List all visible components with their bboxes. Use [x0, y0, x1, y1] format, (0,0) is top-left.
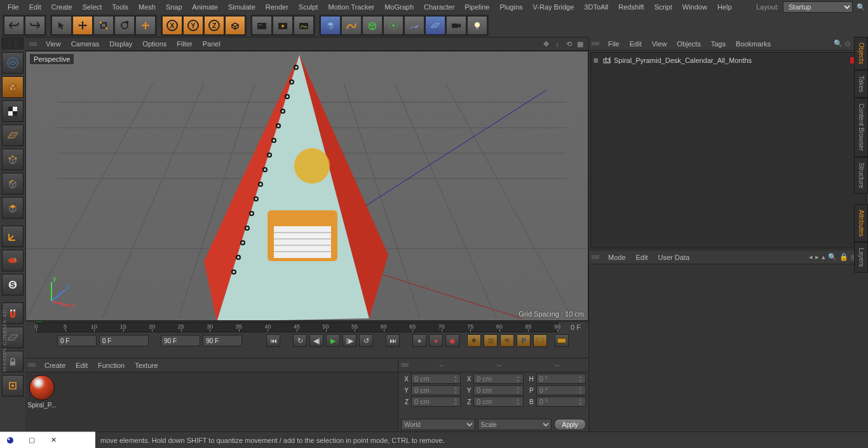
viewport[interactable]: Perspective [25, 51, 588, 321]
coord-input[interactable]: 0 cm▲▼ [473, 374, 523, 384]
end-frame2-input[interactable] [203, 335, 242, 346]
mat-menu-create[interactable]: Create [39, 360, 71, 371]
coord-input[interactable]: 0 cm▲▼ [411, 385, 461, 395]
move-tool-button[interactable] [72, 16, 93, 35]
autokey-button[interactable]: ● [429, 334, 443, 347]
menu-plugins[interactable]: Plugins [494, 1, 527, 13]
vp-menu-options[interactable]: Options [137, 38, 172, 50]
opt-rotation-button[interactable]: ⟲ [500, 334, 514, 347]
world-select[interactable]: World [401, 419, 475, 430]
next-frame-button[interactable]: |▶ [342, 334, 356, 347]
menu-mesh[interactable]: Mesh [133, 1, 161, 13]
nav-up-icon[interactable]: ▴ [822, 253, 825, 261]
opt-pla-button[interactable]: ⋮⋮ [533, 334, 547, 347]
render-settings-button[interactable] [252, 16, 272, 35]
snap-button[interactable]: S [2, 274, 24, 295]
search-icon[interactable]: 🔍 [834, 39, 843, 48]
timeline-ruler[interactable]: 051015202530354045505560657075808590 [36, 322, 558, 332]
cube-primitive-button[interactable] [320, 16, 341, 35]
end-frame-input[interactable] [161, 335, 200, 346]
nav-fwd-icon[interactable]: ▸ [815, 253, 819, 261]
coord-input[interactable]: 0 °▲▼ [536, 385, 586, 395]
close-icon[interactable]: ✕ [48, 435, 58, 445]
generator-button[interactable] [362, 16, 383, 35]
model-mode-button[interactable] [2, 76, 24, 98]
menu-vraybridge[interactable]: V-Ray Bridge [528, 1, 580, 13]
environment-button[interactable] [404, 16, 424, 35]
menu-pipeline[interactable]: Pipeline [459, 1, 494, 13]
mat-menu-function[interactable]: Function [93, 360, 130, 371]
vp-menu-view[interactable]: View [41, 38, 66, 50]
menu-create[interactable]: Create [46, 1, 78, 13]
axis-x-button[interactable]: X [162, 16, 182, 35]
menu-redshift[interactable]: Redshift [613, 1, 649, 13]
tree-row[interactable]: ⊞ L0 Spiral_Pyramid_Desk_Calendar_All_Mo… [592, 54, 865, 67]
select-tool-button[interactable] [51, 16, 72, 35]
spline-button[interactable] [341, 16, 362, 35]
coord-input[interactable]: 0 °▲▼ [536, 397, 586, 407]
menu-render[interactable]: Render [261, 1, 294, 13]
render-preview-button[interactable] [273, 16, 293, 35]
floor-button[interactable] [425, 16, 445, 35]
menu-character[interactable]: Character [419, 1, 459, 13]
menu-animate[interactable]: Animate [187, 1, 223, 13]
camera-button[interactable] [446, 16, 466, 35]
goto-start-button[interactable]: ⏮ [266, 334, 280, 347]
redo-button[interactable] [25, 16, 45, 35]
layout-select[interactable]: Startup [783, 1, 853, 13]
scale-select[interactable]: Scale [478, 419, 552, 430]
menu-motiontracker[interactable]: Motion Tracker [323, 1, 379, 13]
rotate-tool-button[interactable] [114, 16, 135, 35]
obj-menu-objects[interactable]: Objects [672, 38, 705, 50]
menu-mograph[interactable]: MoGraph [379, 1, 419, 13]
axis-y-button[interactable]: Y [183, 16, 203, 35]
mat-menu-edit[interactable]: Edit [71, 360, 93, 371]
render-picture-button[interactable] [294, 16, 314, 35]
filter-icon[interactable]: ◇ [845, 39, 854, 48]
vp-menu-cameras[interactable]: Cameras [66, 38, 105, 50]
obj-menu-file[interactable]: File [603, 38, 625, 50]
tweak-mode-button[interactable] [2, 250, 24, 271]
obj-menu-bookmarks[interactable]: Bookmarks [731, 38, 776, 50]
menu-simulate[interactable]: Simulate [223, 1, 261, 13]
goto-end-button[interactable]: ⏭ [386, 334, 400, 347]
texture-mode-button[interactable] [2, 100, 24, 122]
attr-menu-mode[interactable]: Mode [603, 252, 631, 263]
record-button[interactable]: ● [412, 334, 426, 347]
loop-button[interactable]: ↻ [293, 334, 307, 347]
opt-scale-button[interactable]: ◫ [484, 334, 498, 347]
axis-z-button[interactable]: Z [204, 16, 224, 35]
side-tab-attributes[interactable]: Attributes [854, 204, 868, 242]
menu-window[interactable]: Window [677, 1, 712, 13]
undo-button[interactable] [4, 16, 24, 35]
coord-input[interactable]: 0 cm▲▼ [411, 397, 461, 407]
mat-menu-texture[interactable]: Texture [130, 360, 163, 371]
menu-file[interactable]: File [3, 1, 24, 13]
coord-input[interactable]: 0 °▲▼ [536, 374, 586, 384]
vp-menu-filter[interactable]: Filter [172, 38, 197, 50]
scale-tool-button[interactable] [93, 16, 114, 35]
menu-sculpt[interactable]: Sculpt [294, 1, 323, 13]
lock-icon[interactable]: 🔒 [839, 253, 848, 261]
obj-menu-view[interactable]: View [647, 38, 672, 50]
vp-menu-panel[interactable]: Panel [198, 38, 226, 50]
side-tab-objects[interactable]: Objects [854, 37, 868, 70]
side-tab-contentbrowser[interactable]: Content Browser [854, 98, 868, 156]
menu-script[interactable]: Script [649, 1, 677, 13]
start-frame-input[interactable] [57, 335, 97, 346]
play-button[interactable]: ▶ [326, 334, 340, 347]
menu-3dtoall[interactable]: 3DToAll [579, 1, 613, 13]
make-editable-button[interactable] [2, 52, 24, 74]
loop2-button[interactable]: ↺ [359, 334, 373, 347]
apply-button[interactable]: Apply [554, 419, 586, 430]
menu-tools[interactable]: Tools [107, 1, 133, 13]
workplane-mode-button[interactable] [2, 125, 24, 146]
vp-menu-display[interactable]: Display [104, 38, 137, 50]
misc-tool-button[interactable] [2, 375, 24, 397]
last-tool-button[interactable] [135, 16, 156, 35]
vp-rotate-icon[interactable]: ⟲ [564, 39, 573, 48]
opt-position-button[interactable]: ✥ [467, 334, 481, 347]
objects-tree[interactable]: ⊞ L0 Spiral_Pyramid_Desk_Calendar_All_Mo… [590, 52, 867, 248]
deformer-button[interactable] [383, 16, 403, 35]
menu-snap[interactable]: Snap [161, 1, 187, 13]
